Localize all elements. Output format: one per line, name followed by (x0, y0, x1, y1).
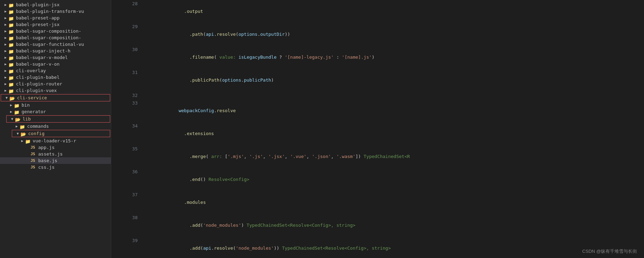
folder-icon (8, 16, 15, 20)
folder-icon (8, 49, 15, 53)
arrow-icon: ▶ (3, 62, 8, 66)
tree-item-cli-service[interactable]: ▼ cli-service (1, 94, 110, 101)
folder-icon (8, 42, 15, 47)
item-label: babel-sugar-v-model (16, 55, 68, 60)
js-file-icon: JS (31, 158, 37, 163)
line-number: 36 (111, 168, 143, 191)
tree-item-generator[interactable]: ▶ generator (0, 108, 111, 115)
tree-item-config[interactable]: ▼ config (12, 130, 110, 137)
code-content: .output (143, 0, 644, 23)
code-row-30: 30 .filename( value: isLegacyBundle ? '[… (111, 46, 644, 69)
arrow-icon: ▶ (3, 89, 8, 92)
line-number: 34 (111, 122, 143, 145)
item-label: assets.js (38, 151, 63, 157)
item-label: babel-sugar-composition- (16, 35, 81, 40)
tree-item-cli-plugin-router[interactable]: ▶ cli-plugin-router (0, 81, 111, 87)
arrow-icon: ▶ (14, 124, 19, 128)
tree-item-cli-plugin-babel[interactable]: ▶ cli-plugin-babel (0, 74, 111, 81)
code-row-37: 37 .modules (111, 191, 644, 214)
item-label: commands (27, 124, 49, 129)
tree-item-vue-loader[interactable]: ▶ vue-loader-v15-r (0, 138, 111, 144)
line-number: 31 (111, 69, 143, 92)
code-table: 28 .output 29 .path(api.resolve(options.… (111, 0, 644, 258)
code-row-35: 35 .merge( arr: ['.mjs', '.js', '.jsx', … (111, 145, 644, 168)
js-file-icon: JS (31, 165, 37, 170)
line-number: 38 (111, 214, 143, 237)
arrow-icon: ▶ (3, 82, 8, 86)
code-editor[interactable]: 28 .output 29 .path(api.resolve(options.… (111, 0, 644, 258)
folder-icon (8, 9, 15, 14)
code-row-34: 34 .extensions (111, 122, 644, 145)
item-label: cli-service (17, 95, 47, 100)
tree-item-babel-sugar-v-model[interactable]: ▶ babel-sugar-v-model (0, 54, 111, 61)
item-label: css.js (38, 165, 55, 170)
tree-item-base-js[interactable]: ▶ JS base.js (0, 157, 111, 164)
tree-item-babel-sugar-functional[interactable]: ▶ babel-sugar-functional-vu (0, 41, 111, 48)
code-content: .extensions (143, 122, 644, 145)
item-label: babel-plugin-jsx (16, 2, 59, 7)
tree-item-cli-plugin-vuex[interactable]: ▶ cli-plugin-vuex (0, 87, 111, 94)
arrow-icon: ▶ (3, 36, 8, 40)
file-tree[interactable]: ▶ babel-plugin-jsx ▶ babel-plugin-transf… (0, 0, 111, 258)
js-file-icon: JS (31, 152, 37, 157)
tree-item-assets-js[interactable]: ▶ JS assets.js (0, 151, 111, 157)
folder-icon (8, 29, 15, 34)
item-label: generator (22, 109, 46, 114)
folder-icon (8, 2, 15, 7)
tree-item-app-js[interactable]: ▶ JS app.js (0, 144, 111, 151)
line-number: 28 (111, 0, 143, 23)
item-label: babel-plugin-transform-vu (16, 9, 84, 14)
line-number: 32 (111, 92, 143, 99)
item-label: cli-plugin-vuex (16, 88, 57, 93)
folder-icon (25, 139, 31, 143)
tree-item-commands[interactable]: ▶ commands (0, 123, 111, 130)
item-label: lib (23, 116, 31, 122)
tree-item-babel-sugar-comp1[interactable]: ▶ babel-sugar-composition- (0, 28, 111, 34)
item-label: babel-preset-jsx (16, 22, 59, 27)
line-number: 35 (111, 145, 143, 168)
code-row-33: 33 webpackConfig.resolve (111, 99, 644, 122)
item-label: app.js (38, 145, 55, 150)
tree-item-babel-sugar-v-on[interactable]: ▶ babel-sugar-v-on (0, 61, 111, 67)
folder-icon (15, 117, 21, 122)
line-number: 29 (111, 23, 143, 46)
arrow-icon: ▶ (3, 49, 8, 53)
folder-icon (8, 82, 15, 86)
item-label: babel-sugar-v-on (16, 61, 59, 67)
folder-icon (8, 88, 15, 93)
arrow-icon: ▶ (3, 3, 8, 7)
code-content: .add('node_modules') TypedChainedSet<Res… (143, 214, 644, 237)
code-content (143, 92, 644, 99)
arrow-icon: ▼ (15, 132, 21, 135)
tree-item-babel-sugar-comp2[interactable]: ▶ babel-sugar-composition- (0, 34, 111, 41)
js-file-icon: JS (31, 145, 37, 150)
tree-item-babel-preset-app[interactable]: ▶ babel-preset-app (0, 15, 111, 21)
watermark: CSDN @纵有千堆雪与长街 (582, 248, 637, 255)
code-content: .end() Resolve<Config> (143, 168, 644, 191)
tree-item-css-js[interactable]: ▶ JS css.js (0, 164, 111, 170)
tree-item-babel-plugin-transform[interactable]: ▶ babel-plugin-transform-vu (0, 8, 111, 15)
code-content: .publicPath(options.publicPath) (143, 69, 644, 92)
tree-item-babel-plugin-jsx[interactable]: ▶ babel-plugin-jsx (0, 1, 111, 8)
arrow-icon: ▶ (8, 110, 14, 114)
tree-item-babel-sugar-inject-h[interactable]: ▶ babel-sugar-inject-h (0, 48, 111, 54)
folder-icon (21, 131, 27, 136)
folder-icon (9, 95, 16, 100)
code-content: webpackConfig.resolve (143, 99, 644, 122)
tree-item-bin[interactable]: ▶ bin (0, 102, 111, 108)
arrow-icon: ▶ (3, 16, 8, 20)
code-row-28: 28 .output (111, 0, 644, 23)
code-content: .add(api.resolve('node_modules')) TypedC… (143, 237, 644, 258)
tree-item-babel-preset-jsx[interactable]: ▶ babel-preset-jsx (0, 21, 111, 28)
folder-icon (8, 35, 15, 40)
arrow-icon: ▶ (8, 103, 14, 107)
item-label: config (28, 131, 44, 136)
item-label: cli-plugin-babel (16, 75, 59, 80)
tree-item-lib[interactable]: ▼ lib (7, 116, 110, 122)
arrow-icon: ▶ (19, 139, 25, 143)
item-label: base.js (38, 158, 57, 163)
tree-item-cli-overlay[interactable]: ▶ cli-overlay (0, 67, 111, 74)
lib-group: ▼ lib (6, 115, 110, 123)
item-label: babel-preset-app (16, 15, 59, 20)
code-row-32: 32 (111, 92, 644, 99)
